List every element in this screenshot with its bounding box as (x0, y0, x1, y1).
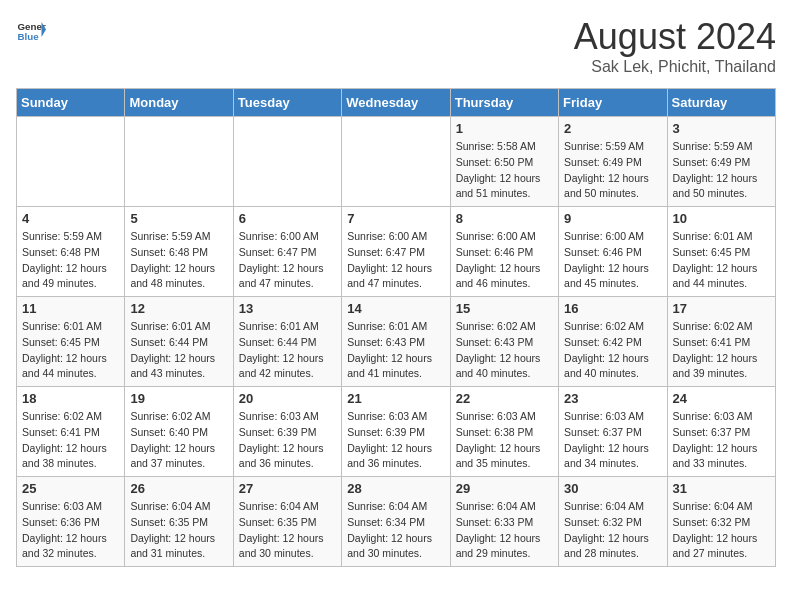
day-info: Sunrise: 6:02 AMSunset: 6:42 PMDaylight:… (564, 319, 661, 382)
day-info: Sunrise: 6:04 AMSunset: 6:32 PMDaylight:… (564, 499, 661, 562)
day-number: 26 (130, 481, 227, 496)
day-number: 15 (456, 301, 553, 316)
calendar-cell: 14Sunrise: 6:01 AMSunset: 6:43 PMDayligh… (342, 297, 450, 387)
day-info: Sunrise: 6:03 AMSunset: 6:36 PMDaylight:… (22, 499, 119, 562)
calendar-cell: 7Sunrise: 6:00 AMSunset: 6:47 PMDaylight… (342, 207, 450, 297)
day-info: Sunrise: 6:03 AMSunset: 6:37 PMDaylight:… (564, 409, 661, 472)
header-day-friday: Friday (559, 89, 667, 117)
calendar-cell: 10Sunrise: 6:01 AMSunset: 6:45 PMDayligh… (667, 207, 775, 297)
day-info: Sunrise: 6:04 AMSunset: 6:35 PMDaylight:… (130, 499, 227, 562)
day-number: 25 (22, 481, 119, 496)
day-info: Sunrise: 5:58 AMSunset: 6:50 PMDaylight:… (456, 139, 553, 202)
calendar-cell: 24Sunrise: 6:03 AMSunset: 6:37 PMDayligh… (667, 387, 775, 477)
day-info: Sunrise: 6:03 AMSunset: 6:39 PMDaylight:… (239, 409, 336, 472)
calendar-cell: 6Sunrise: 6:00 AMSunset: 6:47 PMDaylight… (233, 207, 341, 297)
header-day-thursday: Thursday (450, 89, 558, 117)
calendar-cell (17, 117, 125, 207)
calendar-cell: 26Sunrise: 6:04 AMSunset: 6:35 PMDayligh… (125, 477, 233, 567)
day-info: Sunrise: 5:59 AMSunset: 6:49 PMDaylight:… (673, 139, 770, 202)
calendar-cell: 13Sunrise: 6:01 AMSunset: 6:44 PMDayligh… (233, 297, 341, 387)
page-title: August 2024 (574, 16, 776, 58)
header-day-monday: Monday (125, 89, 233, 117)
week-row-1: 1Sunrise: 5:58 AMSunset: 6:50 PMDaylight… (17, 117, 776, 207)
calendar-cell (125, 117, 233, 207)
calendar-table: SundayMondayTuesdayWednesdayThursdayFrid… (16, 88, 776, 567)
day-number: 2 (564, 121, 661, 136)
calendar-cell: 15Sunrise: 6:02 AMSunset: 6:43 PMDayligh… (450, 297, 558, 387)
day-number: 22 (456, 391, 553, 406)
page-subtitle: Sak Lek, Phichit, Thailand (574, 58, 776, 76)
calendar-cell: 21Sunrise: 6:03 AMSunset: 6:39 PMDayligh… (342, 387, 450, 477)
header-day-saturday: Saturday (667, 89, 775, 117)
calendar-cell: 1Sunrise: 5:58 AMSunset: 6:50 PMDaylight… (450, 117, 558, 207)
day-info: Sunrise: 6:03 AMSunset: 6:37 PMDaylight:… (673, 409, 770, 472)
day-info: Sunrise: 6:02 AMSunset: 6:41 PMDaylight:… (673, 319, 770, 382)
calendar-cell (342, 117, 450, 207)
day-number: 18 (22, 391, 119, 406)
calendar-cell: 28Sunrise: 6:04 AMSunset: 6:34 PMDayligh… (342, 477, 450, 567)
svg-text:Blue: Blue (18, 31, 40, 42)
calendar-cell: 17Sunrise: 6:02 AMSunset: 6:41 PMDayligh… (667, 297, 775, 387)
day-info: Sunrise: 6:01 AMSunset: 6:45 PMDaylight:… (22, 319, 119, 382)
day-info: Sunrise: 6:04 AMSunset: 6:33 PMDaylight:… (456, 499, 553, 562)
day-number: 12 (130, 301, 227, 316)
day-info: Sunrise: 6:04 AMSunset: 6:35 PMDaylight:… (239, 499, 336, 562)
day-info: Sunrise: 6:01 AMSunset: 6:44 PMDaylight:… (130, 319, 227, 382)
day-number: 17 (673, 301, 770, 316)
calendar-cell: 20Sunrise: 6:03 AMSunset: 6:39 PMDayligh… (233, 387, 341, 477)
header-day-sunday: Sunday (17, 89, 125, 117)
day-number: 24 (673, 391, 770, 406)
day-number: 10 (673, 211, 770, 226)
day-info: Sunrise: 5:59 AMSunset: 6:49 PMDaylight:… (564, 139, 661, 202)
day-info: Sunrise: 5:59 AMSunset: 6:48 PMDaylight:… (130, 229, 227, 292)
day-info: Sunrise: 6:04 AMSunset: 6:32 PMDaylight:… (673, 499, 770, 562)
calendar-cell: 11Sunrise: 6:01 AMSunset: 6:45 PMDayligh… (17, 297, 125, 387)
day-info: Sunrise: 6:00 AMSunset: 6:47 PMDaylight:… (347, 229, 444, 292)
day-info: Sunrise: 6:00 AMSunset: 6:46 PMDaylight:… (456, 229, 553, 292)
day-info: Sunrise: 6:02 AMSunset: 6:41 PMDaylight:… (22, 409, 119, 472)
day-number: 8 (456, 211, 553, 226)
day-info: Sunrise: 6:04 AMSunset: 6:34 PMDaylight:… (347, 499, 444, 562)
calendar-cell: 16Sunrise: 6:02 AMSunset: 6:42 PMDayligh… (559, 297, 667, 387)
calendar-cell: 23Sunrise: 6:03 AMSunset: 6:37 PMDayligh… (559, 387, 667, 477)
day-number: 1 (456, 121, 553, 136)
day-number: 21 (347, 391, 444, 406)
day-number: 23 (564, 391, 661, 406)
day-number: 11 (22, 301, 119, 316)
day-number: 6 (239, 211, 336, 226)
logo: General Blue (16, 16, 46, 46)
day-number: 7 (347, 211, 444, 226)
calendar-cell: 9Sunrise: 6:00 AMSunset: 6:46 PMDaylight… (559, 207, 667, 297)
calendar-cell: 4Sunrise: 5:59 AMSunset: 6:48 PMDaylight… (17, 207, 125, 297)
day-info: Sunrise: 6:03 AMSunset: 6:39 PMDaylight:… (347, 409, 444, 472)
calendar-cell: 30Sunrise: 6:04 AMSunset: 6:32 PMDayligh… (559, 477, 667, 567)
calendar-cell: 29Sunrise: 6:04 AMSunset: 6:33 PMDayligh… (450, 477, 558, 567)
header-day-wednesday: Wednesday (342, 89, 450, 117)
day-number: 30 (564, 481, 661, 496)
day-number: 14 (347, 301, 444, 316)
calendar-cell: 27Sunrise: 6:04 AMSunset: 6:35 PMDayligh… (233, 477, 341, 567)
day-number: 4 (22, 211, 119, 226)
week-row-2: 4Sunrise: 5:59 AMSunset: 6:48 PMDaylight… (17, 207, 776, 297)
day-info: Sunrise: 6:01 AMSunset: 6:43 PMDaylight:… (347, 319, 444, 382)
day-info: Sunrise: 6:02 AMSunset: 6:40 PMDaylight:… (130, 409, 227, 472)
week-row-4: 18Sunrise: 6:02 AMSunset: 6:41 PMDayligh… (17, 387, 776, 477)
day-number: 28 (347, 481, 444, 496)
calendar-cell: 2Sunrise: 5:59 AMSunset: 6:49 PMDaylight… (559, 117, 667, 207)
day-number: 31 (673, 481, 770, 496)
calendar-cell: 8Sunrise: 6:00 AMSunset: 6:46 PMDaylight… (450, 207, 558, 297)
calendar-cell: 19Sunrise: 6:02 AMSunset: 6:40 PMDayligh… (125, 387, 233, 477)
day-number: 16 (564, 301, 661, 316)
calendar-header: SundayMondayTuesdayWednesdayThursdayFrid… (17, 89, 776, 117)
day-info: Sunrise: 5:59 AMSunset: 6:48 PMDaylight:… (22, 229, 119, 292)
calendar-cell: 22Sunrise: 6:03 AMSunset: 6:38 PMDayligh… (450, 387, 558, 477)
day-info: Sunrise: 6:01 AMSunset: 6:45 PMDaylight:… (673, 229, 770, 292)
day-number: 9 (564, 211, 661, 226)
header-day-tuesday: Tuesday (233, 89, 341, 117)
day-info: Sunrise: 6:00 AMSunset: 6:46 PMDaylight:… (564, 229, 661, 292)
day-info: Sunrise: 6:00 AMSunset: 6:47 PMDaylight:… (239, 229, 336, 292)
day-number: 29 (456, 481, 553, 496)
calendar-cell: 12Sunrise: 6:01 AMSunset: 6:44 PMDayligh… (125, 297, 233, 387)
week-row-3: 11Sunrise: 6:01 AMSunset: 6:45 PMDayligh… (17, 297, 776, 387)
calendar-body: 1Sunrise: 5:58 AMSunset: 6:50 PMDaylight… (17, 117, 776, 567)
